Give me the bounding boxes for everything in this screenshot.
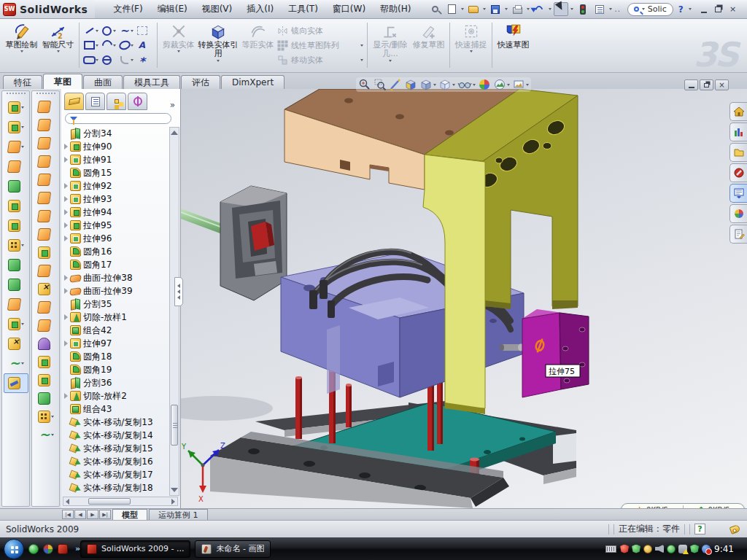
tree-item[interactable]: 实体-移动/复制18 — [63, 481, 169, 494]
toolbar-button[interactable] — [34, 189, 58, 207]
quick-snaps-button[interactable]: 快速捕捉 — [454, 21, 488, 69]
messenger-icon[interactable] — [28, 544, 39, 554]
doc-minimize-button[interactable] — [684, 79, 698, 90]
options-caret-icon[interactable] — [609, 8, 612, 10]
file-explorer-button[interactable] — [729, 143, 747, 162]
last-tab-button[interactable]: ▶| — [99, 510, 111, 519]
toolbar-button[interactable] — [4, 255, 28, 275]
toolbar-button[interactable] — [4, 157, 28, 176]
sketch-entity-button[interactable] — [83, 23, 101, 38]
undo-button[interactable] — [532, 2, 546, 16]
convert-caret-icon[interactable] — [217, 60, 220, 62]
tab-featuremanager[interactable] — [64, 93, 84, 110]
toolbar-button[interactable] — [34, 116, 58, 134]
tree-item[interactable]: 拉伸90 — [63, 140, 169, 153]
toolbar-button[interactable] — [4, 196, 28, 216]
expand-arrow-icon[interactable] — [64, 196, 68, 202]
tree-item[interactable]: 曲面-拉伸38 — [63, 271, 169, 284]
phone-icon[interactable] — [667, 545, 676, 553]
display-delete-caret-icon[interactable] — [389, 60, 392, 62]
first-tab-button[interactable]: |◀ — [62, 510, 74, 519]
menu-item[interactable]: 帮助(H) — [374, 1, 417, 18]
tree-item[interactable]: 切除-放样1 — [63, 311, 169, 324]
menu-item[interactable]: 工具(T) — [282, 1, 325, 18]
sketch-entity-button[interactable] — [136, 52, 153, 67]
scrollbar-thumb[interactable] — [171, 405, 178, 446]
entity-caret-icon[interactable] — [96, 44, 98, 47]
sketch-entity-button[interactable] — [118, 38, 136, 52]
command-tab[interactable]: 评估 — [181, 75, 220, 89]
tree-item[interactable]: 分割34 — [63, 127, 169, 140]
sketch-entity-button[interactable] — [118, 52, 136, 67]
toolbar-button[interactable] — [34, 316, 58, 335]
display-delete-relations-button[interactable]: 显示/删除几... — [371, 21, 409, 69]
expand-arrow-icon[interactable] — [64, 314, 68, 320]
document-tab[interactable]: 模型 — [112, 509, 147, 520]
menu-item[interactable]: 文件(F) — [107, 1, 149, 18]
toolbar-button[interactable] — [34, 171, 58, 189]
search-box[interactable]: Solic — [627, 3, 673, 16]
expand-arrow-icon[interactable] — [64, 275, 68, 281]
panel-splitter-handle[interactable] — [174, 277, 183, 306]
toolbar-button[interactable] — [34, 335, 58, 353]
open-caret-icon[interactable] — [483, 8, 486, 10]
entity-caret-icon[interactable] — [113, 44, 116, 47]
expand-arrow-icon[interactable] — [64, 157, 68, 163]
help-caret-icon[interactable] — [689, 8, 692, 10]
tree-item[interactable]: 分割35 — [63, 298, 169, 311]
view-settings-button[interactable] — [512, 78, 529, 91]
toolbar-button[interactable] — [4, 236, 28, 255]
sketch-entity-button[interactable] — [118, 23, 136, 38]
command-tab[interactable]: 曲面 — [83, 75, 123, 89]
smart-dimension-button[interactable]: 2 智能尺寸 — [41, 21, 75, 69]
toolbar-grip[interactable] — [36, 93, 55, 96]
tree-item[interactable]: 曲面-拉伸39 — [63, 284, 169, 298]
tool-caret-icon[interactable] — [21, 244, 24, 246]
toolbar-button[interactable] — [4, 275, 28, 295]
menu-item[interactable]: 编辑(E) — [151, 1, 194, 18]
tree-item[interactable]: 圆角18 — [63, 350, 169, 363]
hide-show-caret-icon[interactable] — [473, 84, 476, 86]
expand-arrow-icon[interactable] — [64, 393, 68, 399]
toolbar-button[interactable] — [34, 207, 58, 225]
tool-caret-icon[interactable] — [21, 323, 24, 325]
security-red-icon[interactable] — [620, 545, 629, 553]
entity-caret-icon[interactable] — [131, 44, 133, 47]
edit-appearance-button[interactable] — [478, 78, 491, 91]
tree-item[interactable]: 拉伸94 — [63, 206, 169, 219]
toolbar-button[interactable] — [4, 295, 28, 314]
toolbar-button[interactable] — [34, 389, 58, 408]
toolbar-button[interactable] — [4, 373, 28, 393]
linear-pattern-caret-icon[interactable] — [360, 44, 363, 47]
expand-arrow-icon[interactable] — [64, 341, 68, 346]
scroll-down-icon[interactable] — [171, 488, 178, 492]
toolbar-button[interactable] — [34, 298, 58, 316]
scene-caret-icon[interactable] — [507, 84, 510, 86]
move-entities-caret-icon[interactable] — [360, 59, 363, 61]
toolbar-button[interactable] — [34, 152, 58, 171]
tool-caret-icon[interactable] — [21, 362, 24, 365]
tree-item[interactable]: 拉伸96 — [63, 232, 169, 245]
zoom-area-button[interactable] — [374, 78, 387, 91]
sketch-entity-button[interactable] — [101, 23, 118, 38]
apply-scene-button[interactable] — [493, 78, 510, 91]
tree-item[interactable]: 拉伸91 — [63, 153, 169, 166]
toolbar-button[interactable] — [4, 117, 28, 137]
document-tab[interactable]: 运动算例 1 — [149, 509, 208, 520]
network-warning-icon[interactable] — [678, 545, 687, 553]
appearances-scenes-button[interactable] — [729, 184, 747, 203]
hide-show-items-button[interactable] — [457, 78, 476, 91]
help-button[interactable]: ? — [676, 4, 686, 15]
open-button[interactable] — [466, 2, 481, 16]
restore-button[interactable] — [712, 4, 725, 15]
rotate-view-button[interactable] — [389, 78, 402, 91]
tree-horizontal-scrollbar[interactable] — [63, 497, 178, 506]
repair-sketch-button[interactable]: 修复草图 — [411, 21, 446, 69]
toolbar-button[interactable] — [34, 244, 58, 262]
magenta-block-part[interactable] — [522, 309, 589, 397]
display-style-button[interactable] — [438, 78, 455, 91]
tool-caret-icon[interactable] — [21, 126, 24, 128]
trim-caret-icon[interactable] — [177, 50, 180, 52]
solidworks-resources-button[interactable] — [729, 102, 747, 121]
command-tab[interactable]: 模具工具 — [123, 75, 180, 89]
